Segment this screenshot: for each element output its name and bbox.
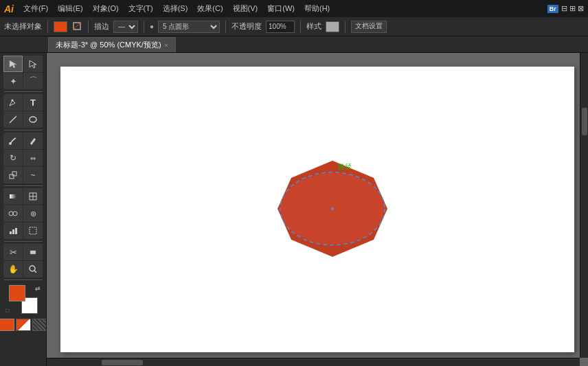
tool-row-11: ✂	[3, 244, 43, 260]
reflect-tool[interactable]: ⇔	[23, 150, 43, 166]
svg-point-5	[9, 142, 12, 145]
eraser-tool[interactable]	[23, 244, 43, 260]
menu-edit[interactable]: 编辑(E)	[54, 2, 87, 15]
tool-row-4	[3, 111, 43, 128]
svg-rect-17	[30, 227, 36, 234]
menu-help[interactable]: 帮助(H)	[300, 2, 334, 15]
canvas-background: 路径	[60, 67, 574, 352]
pencil-tool[interactable]	[23, 133, 43, 149]
menu-type[interactable]: 文字(T)	[124, 2, 157, 15]
tool-row-7: ~	[3, 167, 43, 183]
column-graph-tool[interactable]	[3, 222, 23, 239]
menu-object[interactable]: 对象(O)	[89, 2, 123, 15]
tool-row-2: ✦ ⌒	[3, 73, 43, 89]
mesh-tool[interactable]	[23, 188, 43, 205]
svg-rect-6	[10, 174, 14, 179]
fill-color-swatch[interactable]	[9, 285, 25, 301]
svg-rect-15	[12, 229, 14, 234]
tool-row-3: T	[3, 94, 43, 111]
tool-divider-5	[4, 279, 43, 280]
svg-point-4	[30, 117, 36, 122]
tool-divider-4	[4, 241, 43, 242]
none-icon[interactable]	[32, 319, 47, 331]
stroke-label: 描边	[94, 21, 109, 32]
magic-wand-tool[interactable]: ✦	[3, 73, 23, 89]
brush-dot: ●	[150, 23, 154, 30]
divider-2	[88, 21, 89, 33]
hand-tool[interactable]: ✋	[3, 261, 23, 277]
title-bar: Ai 文件(F) 编辑(E) 对象(O) 文字(T) 选择(S) 效果(C) 视…	[0, 0, 588, 17]
svg-rect-18	[30, 251, 36, 254]
toolbar: ✦ ⌒ T ↻ ⇔	[0, 53, 47, 366]
fill-swatch[interactable]	[54, 21, 67, 32]
blend-tool[interactable]	[3, 205, 23, 222]
menu-view[interactable]: 视图(V)	[229, 2, 262, 15]
color-icon[interactable]	[0, 319, 14, 331]
menu-bar: 文件(F) 编辑(E) 对象(O) 文字(T) 选择(S) 效果(C) 视图(V…	[19, 2, 542, 15]
menu-effect[interactable]: 效果(C)	[193, 2, 227, 15]
no-selection-label: 未选择对象	[4, 21, 42, 32]
doc-settings-btn[interactable]: 文档设置	[351, 21, 387, 33]
type-tool[interactable]: T	[23, 94, 43, 111]
path-label: 路径	[338, 163, 352, 170]
brush-select[interactable]: 5 点圆形	[158, 21, 220, 33]
menu-file[interactable]: 文件(F)	[19, 2, 52, 15]
vscroll-thumb[interactable]	[582, 108, 587, 135]
line-tool[interactable]	[3, 111, 23, 128]
artwork: 路径	[257, 154, 408, 265]
swap-colors-icon[interactable]: ⇄	[35, 285, 41, 292]
artboard-tool[interactable]	[23, 222, 43, 239]
br-badge[interactable]: Br	[547, 5, 558, 13]
opacity-input[interactable]	[266, 21, 295, 33]
style-label: 样式	[306, 21, 321, 32]
horizontal-scrollbar[interactable]	[47, 358, 580, 366]
gradient-tool[interactable]	[3, 188, 23, 205]
svg-rect-7	[12, 172, 16, 176]
direct-selection-tool[interactable]	[23, 56, 43, 72]
vertical-scrollbar[interactable]	[580, 53, 588, 358]
tool-row-8	[3, 188, 43, 205]
svg-rect-8	[10, 194, 16, 198]
selection-tool[interactable]	[3, 56, 23, 72]
tool-divider-3	[4, 185, 43, 186]
tab-label: 未标题-3* @ 50% (CMYK/预览)	[56, 40, 161, 50]
menu-select[interactable]: 选择(S)	[159, 2, 192, 15]
paintbrush-tool[interactable]	[3, 133, 23, 149]
svg-rect-14	[10, 231, 12, 234]
style-swatch[interactable]	[326, 21, 339, 32]
app-logo: Ai	[4, 3, 14, 14]
tool-divider-1	[4, 91, 43, 92]
stroke-select[interactable]: —	[113, 21, 138, 33]
slice-tool[interactable]: ✂	[3, 244, 23, 260]
default-colors-icon[interactable]: □	[6, 308, 10, 314]
pen-tool[interactable]	[3, 94, 23, 111]
svg-line-3	[10, 116, 16, 123]
scale-tool[interactable]	[3, 167, 23, 183]
ellipse-tool[interactable]	[23, 111, 43, 128]
color-swatches-area: ⇄ □	[6, 285, 41, 314]
options-bar: 未选择对象 描边 — ● 5 点圆形 不透明度 样式 文档设置	[0, 17, 588, 36]
warp-tool[interactable]: ~	[23, 167, 43, 183]
rotate-tool[interactable]: ↻	[3, 150, 23, 166]
svg-line-20	[34, 271, 36, 273]
svg-point-13	[13, 211, 17, 216]
lasso-tool[interactable]: ⌒	[23, 73, 43, 89]
window-controls: ⊟ ⊞ ⊠	[561, 4, 584, 13]
divider-1	[47, 21, 48, 33]
zoom-tool[interactable]	[23, 261, 43, 277]
divider-3	[144, 21, 144, 33]
symbol-tool[interactable]: ⊛	[23, 205, 43, 222]
tab-close[interactable]: ×	[165, 42, 168, 49]
svg-point-2	[12, 100, 14, 102]
hscroll-thumb[interactable]	[102, 360, 143, 365]
tool-row-6: ↻ ⇔	[3, 150, 43, 166]
tool-row-1	[3, 56, 43, 72]
gradient-icon[interactable]	[16, 319, 31, 331]
tab-document[interactable]: 未标题-3* @ 50% (CMYK/预览) ×	[48, 37, 176, 52]
svg-rect-16	[15, 228, 17, 234]
artwork-svg: 路径	[257, 154, 408, 264]
opacity-label: 不透明度	[231, 21, 262, 32]
tool-divider-2	[4, 130, 43, 130]
tool-row-9: ⊛	[3, 205, 43, 222]
menu-window[interactable]: 窗口(W)	[263, 2, 299, 15]
